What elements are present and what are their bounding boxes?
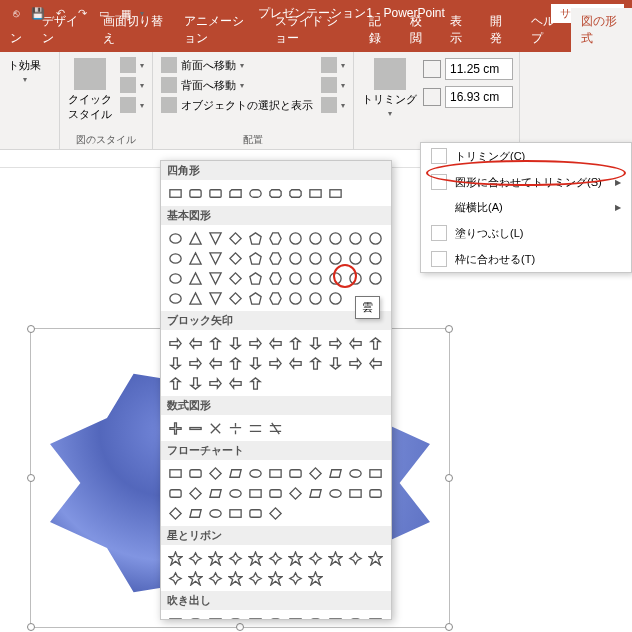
shape-call0[interactable] [166,614,184,620]
shape-arrow18[interactable] [306,354,324,372]
shape-flow20[interactable] [346,484,364,502]
shape-basic27[interactable] [266,269,284,287]
shape-arrow14[interactable] [226,354,244,372]
shape-flow8[interactable] [326,464,344,482]
shape-basic20[interactable] [346,249,364,267]
shape-basic17[interactable] [286,249,304,267]
shape-flow16[interactable] [266,484,284,502]
shape-call5[interactable] [266,614,284,620]
autosave-icon[interactable]: ⎋ [8,5,24,21]
shape-basic31[interactable] [346,269,364,287]
shape-basic18[interactable] [306,249,324,267]
shape-basic3[interactable] [226,229,244,247]
shape-call7[interactable] [306,614,324,620]
shape-basic28[interactable] [286,269,304,287]
shape-star18[interactable] [306,569,324,587]
shape-star9[interactable] [346,549,364,567]
dd-fill[interactable]: 塗りつぶし(L) [421,220,631,246]
handle-se[interactable] [445,623,453,631]
shape-star2[interactable] [206,549,224,567]
height-input[interactable] [445,58,513,80]
new-slide-icon[interactable]: ▭ [96,5,112,21]
shape-basic16[interactable] [266,249,284,267]
dd-aspect-ratio[interactable]: 縦横比(A)▶ [421,195,631,220]
shape-arrow6[interactable] [286,334,304,352]
shape-flow2[interactable] [206,464,224,482]
shape-flow21[interactable] [366,484,384,502]
shape-basic14[interactable] [226,249,244,267]
shape-flow26[interactable] [246,504,264,522]
shape-call1[interactable] [186,614,204,620]
shape-star0[interactable] [166,549,184,567]
shape-star16[interactable] [266,569,284,587]
handle-ne[interactable] [445,325,453,333]
shape-arrow11[interactable] [166,354,184,372]
shape-flow1[interactable] [186,464,204,482]
shape-basic25[interactable] [226,269,244,287]
redo-icon[interactable]: ↷ [74,5,90,21]
shape-rect7[interactable] [306,184,324,202]
shape-basic40[interactable] [306,289,324,307]
shape-eq1[interactable] [186,419,204,437]
shape-rect0[interactable] [166,184,184,202]
shape-flow27[interactable] [266,504,284,522]
shape-basic4[interactable] [246,229,264,247]
shape-star10[interactable] [366,549,384,567]
shape-call9[interactable] [346,614,364,620]
shape-flow3[interactable] [226,464,244,482]
crop-button[interactable]: トリミング▾ [360,56,419,120]
tab-view[interactable]: 表示 [440,8,480,52]
tab-help[interactable]: ヘルプ [521,8,572,52]
shape-basic34[interactable] [186,289,204,307]
tab-slideshow[interactable]: スライド ショー [265,8,359,52]
picture-effects-button[interactable]: ▾ [118,76,146,94]
shape-star4[interactable] [246,549,264,567]
shape-arrow4[interactable] [246,334,264,352]
shape-basic12[interactable] [186,249,204,267]
shape-arrow22[interactable] [166,374,184,392]
shape-arrow3[interactable] [226,334,244,352]
shape-flow23[interactable] [186,504,204,522]
shape-basic22[interactable] [166,269,184,287]
picture-layout-button[interactable]: ▾ [118,96,146,114]
shape-rect4[interactable] [246,184,264,202]
tab-developer[interactable]: 開発 [480,8,520,52]
shape-basic9[interactable] [346,229,364,247]
handle-w[interactable] [27,474,35,482]
shape-basic10[interactable] [366,229,384,247]
shape-star17[interactable] [286,569,304,587]
shape-flow24[interactable] [206,504,224,522]
shape-eq2[interactable] [206,419,224,437]
shape-arrow13[interactable] [206,354,224,372]
shape-basic23[interactable] [186,269,204,287]
shape-star13[interactable] [206,569,224,587]
rotate-button[interactable]: ▾ [319,96,347,114]
shape-arrow8[interactable] [326,334,344,352]
shape-arrow9[interactable] [346,334,364,352]
shape-arrow0[interactable] [166,334,184,352]
align-button[interactable]: ▾ [319,56,347,74]
shape-flow7[interactable] [306,464,324,482]
shape-basic5[interactable] [266,229,284,247]
picture-effects-button[interactable]: ト効果▾ [6,56,43,86]
shape-basic38[interactable] [266,289,284,307]
tab-picture-format[interactable]: 図の形式 [571,8,632,52]
shape-call10[interactable] [366,614,384,620]
group-button[interactable]: ▾ [319,76,347,94]
shape-arrow21[interactable] [366,354,384,372]
shape-basic32[interactable] [366,269,384,287]
handle-nw[interactable] [27,325,35,333]
shape-basic26[interactable] [246,269,264,287]
shape-arrow24[interactable] [206,374,224,392]
shape-basic0[interactable] [166,229,184,247]
shape-arrow23[interactable] [186,374,204,392]
shape-basic6[interactable] [286,229,304,247]
shape-star15[interactable] [246,569,264,587]
shape-flow13[interactable] [206,484,224,502]
shape-flow25[interactable] [226,504,244,522]
shape-flow22[interactable] [166,504,184,522]
quick-styles-button[interactable]: クイック スタイル [66,56,114,124]
shape-flow9[interactable] [346,464,364,482]
shape-flow14[interactable] [226,484,244,502]
shape-rect8[interactable] [326,184,344,202]
